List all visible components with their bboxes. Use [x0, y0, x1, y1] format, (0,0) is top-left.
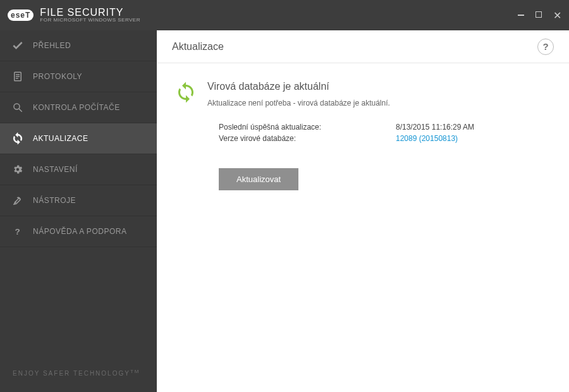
svg-point-4 [14, 104, 20, 109]
details: Poslední úspěšná aktualizace: 8/13/2015 … [219, 123, 551, 143]
product-name-sub: FOR MICROSOFT WINDOWS SERVER [40, 18, 140, 23]
tools-icon [11, 194, 24, 207]
sidebar-footer: ENJOY SAFER TECHNOLOGYTM [0, 353, 157, 392]
status-row: Virová databáze je aktuální Aktualizace … [174, 81, 551, 107]
sidebar-item-kontrola[interactable]: KONTROLA POČÍTAČE [0, 92, 157, 123]
page-title: Aktualizace [172, 41, 224, 52]
help-button[interactable]: ? [537, 39, 554, 55]
sidebar-item-nastroje[interactable]: NÁSTROJE [0, 185, 157, 216]
sidebar-item-label: KONTROLA POČÍTAČE [33, 103, 120, 112]
last-update-label: Poslední úspěšná aktualizace: [219, 123, 396, 132]
sidebar-item-napoveda[interactable]: ? NÁPOVĚDA A PODPORA [0, 216, 157, 247]
check-icon [11, 39, 24, 52]
svg-line-5 [19, 109, 22, 112]
sidebar-item-nastaveni[interactable]: NASTAVENÍ [0, 154, 157, 185]
sidebar-item-prehled[interactable]: PŘEHLED [0, 30, 157, 61]
refresh-icon [11, 132, 24, 145]
update-button[interactable]: Aktualizovat [219, 168, 298, 190]
sidebar-item-label: PROTOKOLY [33, 72, 82, 81]
close-button[interactable]: ✕ [553, 9, 561, 21]
window-controls: ✕ [518, 9, 561, 21]
sidebar-item-label: NÁPOVĚDA A PODPORA [33, 227, 126, 236]
status-title: Virová databáze je aktuální [207, 81, 390, 92]
maximize-icon [535, 11, 542, 18]
titlebar: eseT FILE SECURITY FOR MICROSOFT WINDOWS… [0, 0, 569, 30]
minimize-button[interactable] [518, 9, 524, 21]
search-icon [11, 101, 24, 114]
sidebar-item-label: PŘEHLED [33, 41, 71, 50]
db-version-label: Verze virové databáze: [219, 134, 396, 143]
main: Aktualizace ? Virová databáze je aktuáln… [157, 30, 569, 392]
minimize-icon [518, 15, 524, 16]
refresh-success-icon [174, 81, 197, 104]
detail-row-db-version: Verze virové databáze: 12089 (20150813) [219, 134, 551, 143]
sidebar-item-label: AKTUALIZACE [33, 134, 89, 143]
sidebar-item-label: NÁSTROJE [33, 196, 76, 205]
document-icon [11, 70, 24, 83]
product-name: FILE SECURITY FOR MICROSOFT WINDOWS SERV… [40, 7, 140, 23]
footer-text: ENJOY SAFER TECHNOLOGY [13, 370, 130, 377]
db-version-link[interactable]: 12089 (20150813) [396, 134, 458, 143]
sidebar: PŘEHLED PROTOKOLY KONTROLA POČÍTAČE AKTU… [0, 30, 157, 392]
sidebar-item-aktualizace[interactable]: AKTUALIZACE [0, 123, 157, 154]
eset-logo: eseT [8, 9, 34, 21]
logo-group: eseT FILE SECURITY FOR MICROSOFT WINDOWS… [8, 7, 140, 23]
gear-icon [11, 163, 24, 176]
main-content: Virová databáze je aktuální Aktualizace … [157, 63, 569, 208]
main-header: Aktualizace ? [157, 30, 569, 63]
status-text: Virová databáze je aktuální Aktualizace … [207, 81, 390, 107]
maximize-button[interactable] [535, 9, 542, 21]
last-update-value: 8/13/2015 11:16:29 AM [396, 123, 474, 132]
footer-tm: TM [130, 369, 140, 374]
status-subtitle: Aktualizace není potřeba - virová databá… [207, 99, 390, 107]
detail-row-last-update: Poslední úspěšná aktualizace: 8/13/2015 … [219, 123, 551, 132]
product-name-main: FILE SECURITY [40, 7, 140, 18]
help-icon: ? [11, 225, 24, 238]
sidebar-item-label: NASTAVENÍ [33, 165, 78, 174]
svg-text:?: ? [15, 227, 21, 236]
sidebar-item-protokoly[interactable]: PROTOKOLY [0, 61, 157, 92]
